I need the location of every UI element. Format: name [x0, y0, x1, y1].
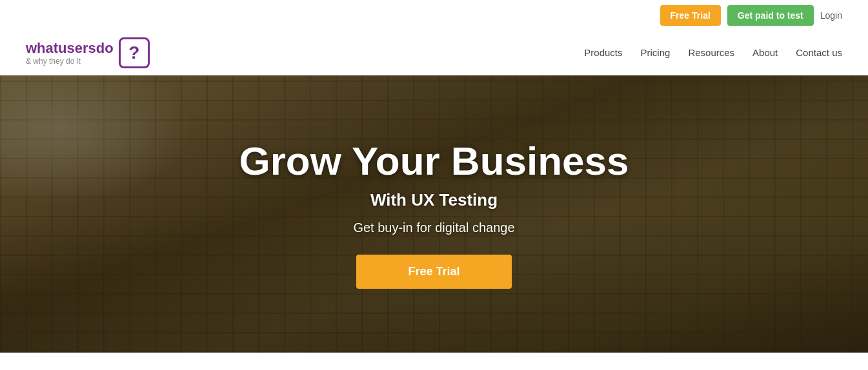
- nav-link-contact[interactable]: Contact us: [796, 47, 842, 58]
- logo-brand-rest: do: [96, 40, 114, 56]
- nav-link-about[interactable]: About: [752, 47, 778, 58]
- logo-brand-highlight: whatusers: [26, 40, 96, 56]
- nav-menu: Products Pricing Resources About Contact…: [584, 47, 842, 59]
- hero-subheadline: With UX Testing: [239, 190, 629, 210]
- question-mark-icon: ?: [128, 43, 139, 63]
- nav-link-resources[interactable]: Resources: [688, 47, 734, 58]
- logo: whatusersdo & why they do it ?: [26, 37, 150, 68]
- logo-text: whatusersdo & why they do it: [26, 40, 114, 66]
- hero-tagline: Get buy-in for digital change: [239, 220, 629, 235]
- nav-item-resources[interactable]: Resources: [688, 47, 734, 59]
- nav-link-pricing[interactable]: Pricing: [641, 47, 671, 58]
- hero-cta-button[interactable]: Free Trial: [356, 255, 511, 289]
- get-paid-button[interactable]: Get paid to test: [727, 5, 814, 26]
- login-link[interactable]: Login: [820, 10, 842, 21]
- hero-headline: Grow Your Business: [239, 139, 629, 183]
- top-bar: Free Trial Get paid to test Login: [0, 0, 868, 31]
- navbar: whatusersdo & why they do it ? Products …: [0, 31, 868, 75]
- free-trial-top-button[interactable]: Free Trial: [660, 5, 721, 26]
- nav-item-products[interactable]: Products: [584, 47, 622, 59]
- nav-item-contact[interactable]: Contact us: [796, 47, 842, 59]
- nav-item-about[interactable]: About: [752, 47, 778, 59]
- nav-link-products[interactable]: Products: [584, 47, 622, 58]
- hero-content: Grow Your Business With UX Testing Get b…: [239, 139, 629, 288]
- nav-item-pricing[interactable]: Pricing: [641, 47, 671, 59]
- logo-main-text: whatusersdo: [26, 40, 114, 57]
- logo-icon: ?: [119, 37, 150, 68]
- logo-sub-text: & why they do it: [26, 57, 114, 66]
- hero-section: Grow Your Business With UX Testing Get b…: [0, 75, 868, 353]
